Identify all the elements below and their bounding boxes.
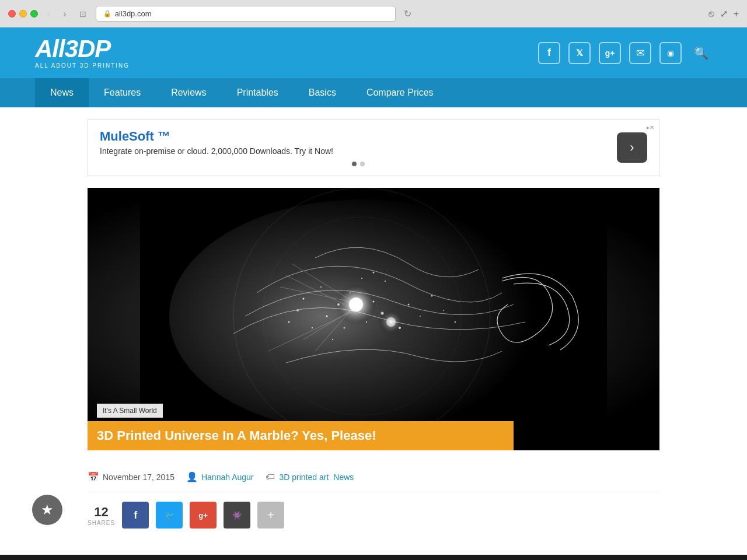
article-title-overlay: 3D Printed Universe In A Marble? Yes, Pl… xyxy=(88,421,514,450)
article-svg xyxy=(88,188,659,450)
date-text: November 17, 2015 xyxy=(103,473,174,482)
ad-content: MuleSoft ™ Integrate on-premise or cloud… xyxy=(100,129,617,166)
share-page-button[interactable]: ⎋ xyxy=(708,9,714,19)
svg-point-3 xyxy=(349,298,363,312)
toolbar-right: ⎋ ⤢ + xyxy=(708,8,739,19)
site-navigation: News Features Reviews Printables Basics … xyxy=(0,78,747,107)
share-facebook-button[interactable]: f xyxy=(122,502,149,528)
article-image: It's A Small World 3D Printed Universe I… xyxy=(88,188,659,450)
address-bar[interactable]: 🔒 all3dp.com xyxy=(96,6,396,22)
logo-subtitle: ALL ABOUT 3D PRINTING xyxy=(35,62,130,69)
back-button[interactable]: ‹ xyxy=(44,8,54,20)
svg-point-24 xyxy=(455,321,456,323)
share-twitter-button[interactable]: 🐦 xyxy=(156,502,183,528)
maximize-button[interactable] xyxy=(30,10,38,18)
nav-item-printables[interactable]: Printables xyxy=(222,78,294,107)
article-image-container: It's A Small World 3D Printed Universe I… xyxy=(88,188,659,450)
ad-title: MuleSoft ™ xyxy=(100,129,617,144)
ad-subtitle: Integrate on-premise or cloud. 2,000,000… xyxy=(100,146,617,156)
browser-chrome: ‹ › ⊡ 🔒 all3dp.com ↻ ⎋ ⤢ + xyxy=(0,0,747,27)
article-title-text: 3D Printed Universe In A Marble? Yes, Pl… xyxy=(97,428,504,443)
article-tags: 🏷 3D printed art News xyxy=(266,472,354,482)
author-link[interactable]: Hannah Augur xyxy=(201,473,254,482)
svg-point-19 xyxy=(431,295,433,297)
lock-icon: 🔒 xyxy=(103,10,111,18)
svg-point-7 xyxy=(320,286,322,288)
add-tab-button[interactable]: + xyxy=(734,9,739,19)
star-symbol: ★ xyxy=(41,502,54,518)
svg-point-22 xyxy=(288,321,290,323)
svg-point-15 xyxy=(332,339,333,340)
share-label: SHARES xyxy=(88,520,115,526)
ad-dot-1[interactable] xyxy=(352,162,357,166)
ad-next-button[interactable]: › xyxy=(617,132,647,163)
minimize-button[interactable] xyxy=(19,10,27,18)
star-icon[interactable]: ★ xyxy=(32,495,62,525)
ad-dots xyxy=(100,162,617,166)
svg-point-8 xyxy=(337,303,340,306)
site-logo[interactable]: All3DP ALL ABOUT 3D PRINTING xyxy=(35,37,130,69)
fullscreen-button[interactable]: ⤢ xyxy=(720,8,728,19)
svg-point-12 xyxy=(381,312,384,315)
url-text: all3dp.com xyxy=(115,9,152,18)
svg-point-6 xyxy=(303,298,305,300)
svg-point-23 xyxy=(443,310,444,311)
svg-point-16 xyxy=(408,304,410,306)
logo-text: All3DP xyxy=(35,37,130,61)
ad-banner: MuleSoft ™ Integrate on-premise or cloud… xyxy=(88,119,659,176)
calendar-icon: 📅 xyxy=(88,471,99,482)
nav-item-reviews[interactable]: Reviews xyxy=(156,78,221,107)
share-reddit-button[interactable]: 👾 xyxy=(224,502,250,528)
person-icon: 👤 xyxy=(186,471,198,482)
tag-link-art[interactable]: 3D printed art xyxy=(280,473,329,482)
rss-icon[interactable]: ◉ xyxy=(659,42,682,64)
header-icons: f 𝕏 g+ ✉ ◉ 🔍 xyxy=(538,42,712,64)
main-content: MuleSoft ™ Integrate on-premise or cloud… xyxy=(53,107,694,550)
svg-point-17 xyxy=(420,316,421,317)
twitter-icon[interactable]: 𝕏 xyxy=(568,42,591,64)
svg-point-18 xyxy=(399,327,401,329)
tag-link-news[interactable]: News xyxy=(333,473,354,482)
tag-icon: 🏷 xyxy=(266,472,275,482)
svg-point-20 xyxy=(312,327,313,328)
nav-item-compare-prices[interactable]: Compare Prices xyxy=(351,78,449,107)
email-icon[interactable]: ✉ xyxy=(629,42,651,64)
article-tag: It's A Small World xyxy=(97,404,163,418)
close-button[interactable] xyxy=(8,10,16,18)
article-author: 👤 Hannah Augur xyxy=(186,471,254,482)
article-meta: 📅 November 17, 2015 👤 Hannah Augur 🏷 3D … xyxy=(88,462,659,492)
article-date: 📅 November 17, 2015 xyxy=(88,471,174,482)
share-section: 12 SHARES f 🐦 g+ 👾 + xyxy=(88,492,659,538)
ad-label: ▸✕ xyxy=(647,124,654,131)
svg-point-14 xyxy=(344,327,345,329)
nav-item-features[interactable]: Features xyxy=(89,78,156,107)
svg-point-21 xyxy=(296,309,299,312)
svg-point-13 xyxy=(366,321,367,323)
browser-toolbar: ‹ › ⊡ 🔒 all3dp.com ↻ ⎋ ⤢ + xyxy=(8,6,739,27)
search-icon[interactable]: 🔍 xyxy=(690,42,712,64)
traffic-lights xyxy=(8,10,38,18)
website-content: All3DP ALL ABOUT 3D PRINTING f 𝕏 g+ ✉ ◉ … xyxy=(0,27,747,555)
googleplus-icon[interactable]: g+ xyxy=(599,42,621,64)
nav-item-basics[interactable]: Basics xyxy=(294,78,351,107)
nav-item-news[interactable]: News xyxy=(35,78,89,107)
share-more-button[interactable]: + xyxy=(257,502,284,528)
share-number: 12 xyxy=(88,505,115,520)
share-count: 12 SHARES xyxy=(88,505,115,526)
reload-button[interactable]: ↻ xyxy=(404,8,411,19)
svg-point-11 xyxy=(373,301,375,303)
svg-point-26 xyxy=(373,272,375,274)
svg-point-27 xyxy=(385,281,386,282)
sidebar-button[interactable]: ⊡ xyxy=(76,8,90,20)
forward-button[interactable]: › xyxy=(60,8,69,20)
facebook-icon[interactable]: f xyxy=(538,42,560,64)
svg-point-25 xyxy=(361,278,362,279)
share-googleplus-button[interactable]: g+ xyxy=(190,502,217,528)
svg-point-9 xyxy=(326,316,328,317)
ad-dot-2[interactable] xyxy=(360,162,365,166)
svg-point-10 xyxy=(350,292,351,293)
site-header: All3DP ALL ABOUT 3D PRINTING f 𝕏 g+ ✉ ◉ … xyxy=(0,27,747,78)
